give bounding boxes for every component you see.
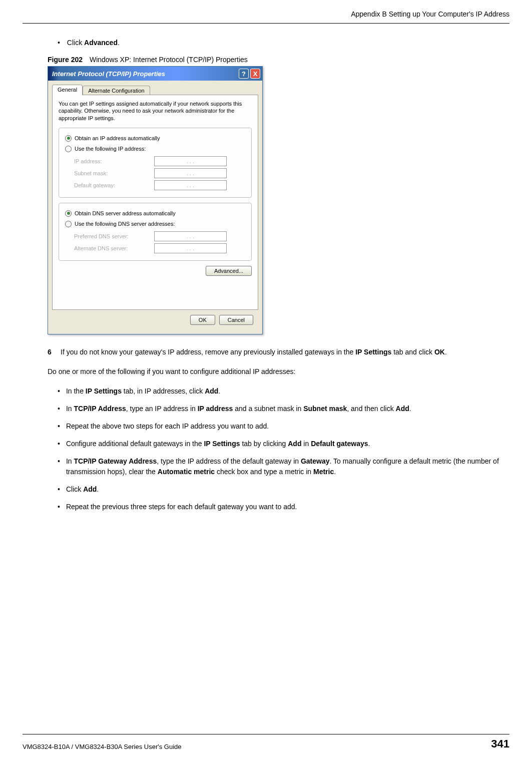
radio-use-ip[interactable]: Use the following IP address: [65, 146, 245, 152]
t: , type an IP address in [126, 405, 198, 413]
tabs: General Alternate Configuration [52, 85, 258, 95]
t: . [218, 387, 220, 395]
t: IP Settings [204, 440, 240, 448]
t: Click [66, 485, 83, 493]
bullet-7: Repeat the previous three steps for each… [58, 502, 509, 512]
bullet-3: Repeat the above two steps for each IP a… [58, 421, 509, 432]
radio-obtain-dns[interactable]: Obtain DNS server address automatically [65, 210, 245, 217]
t: In the [66, 387, 86, 395]
default-gateway-label: Default gateway: [74, 182, 154, 188]
header-divider [23, 23, 509, 24]
alternate-dns-label: Alternate DNS server: [74, 245, 154, 251]
t: , type the IP address of the default gat… [157, 457, 301, 465]
figure-caption-text: Windows XP: Internet Protocol (TCP/IP) P… [90, 56, 248, 64]
step-number: 6 [48, 347, 61, 357]
default-gateway-row: Default gateway: . . . [74, 180, 245, 190]
t: tab, in IP addresses, click [122, 387, 205, 395]
figure-caption: Figure 202 Windows XP: Internet Protocol… [48, 56, 509, 64]
intro-text-a: Click [67, 39, 84, 47]
t: . [334, 468, 336, 476]
step-text: If you do not know your gateway's IP add… [61, 347, 509, 357]
radio-obtain-dns-label: Obtain DNS server address automatically [75, 210, 176, 216]
dialog-titlebar: Internet Protocol (TCP/IP) Properties ? … [48, 67, 262, 81]
bt: In TCP/IP Gateway Address, type the IP a… [66, 456, 509, 477]
t: , and then click [347, 405, 395, 413]
t: . [97, 485, 99, 493]
step-6: 6 If you do not know your gateway's IP a… [48, 347, 509, 357]
bt: In the IP Settings tab, in IP addresses,… [66, 386, 509, 397]
ip-address-input[interactable]: . . . [154, 156, 227, 166]
default-gateway-input[interactable]: . . . [154, 180, 227, 190]
page-footer: VMG8324-B10A / VMG8324-B30A Series User'… [23, 734, 509, 750]
t: and a subnet mask in [233, 405, 303, 413]
t: TCP/IP Address [74, 405, 126, 413]
t: . [368, 440, 370, 448]
t: Repeat the previous three steps for each… [66, 503, 297, 511]
advanced-button[interactable]: Advanced... [206, 266, 252, 276]
ip-address-label: IP address: [74, 158, 154, 164]
subnet-mask-input[interactable]: . . . [154, 168, 227, 178]
subnet-mask-row: Subnet mask: . . . [74, 168, 245, 178]
t: Repeat the above two steps for each IP a… [66, 422, 269, 430]
radio-use-dns[interactable]: Use the following DNS server addresses: [65, 221, 245, 227]
titlebar-buttons: ? X [239, 69, 260, 79]
footer-page-number: 341 [491, 737, 509, 750]
intro-bullet: Click Advanced. [58, 39, 509, 47]
preferred-dns-row: Preferred DNS server: . . . [74, 231, 245, 241]
close-button[interactable]: X [250, 69, 260, 79]
cancel-button[interactable]: Cancel [219, 315, 253, 325]
t: Configure additional default gateways in… [66, 440, 204, 448]
t: IP Settings [86, 387, 122, 395]
t: Subnet mask [303, 405, 347, 413]
figure-label: Figure 202 [48, 56, 83, 64]
alternate-dns-input[interactable]: . . . [154, 243, 227, 253]
bt: In TCP/IP Address, type an IP address in… [66, 404, 509, 414]
t: Add [396, 405, 409, 413]
ip-address-row: IP address: . . . [74, 156, 245, 166]
t: Metric [313, 468, 334, 476]
t: OK [434, 348, 445, 356]
help-button[interactable]: ? [239, 69, 249, 79]
dialog-title: Internet Protocol (TCP/IP) Properties [52, 70, 165, 78]
radio-icon [65, 221, 72, 227]
dialog-footer: OK Cancel [52, 310, 258, 330]
do-one-paragraph: Do one or more of the following if you w… [48, 366, 509, 377]
tab-alternate[interactable]: Alternate Configuration [83, 86, 150, 95]
t: IP address [198, 405, 233, 413]
bullet-2: In TCP/IP Address, type an IP address in… [58, 404, 509, 414]
bt: Click Add. [66, 484, 509, 495]
t: Automatic metric [158, 468, 215, 476]
radio-obtain-ip-label: Obtain an IP address automatically [75, 135, 160, 141]
ok-button[interactable]: OK [190, 315, 215, 325]
subnet-mask-label: Subnet mask: [74, 170, 154, 176]
radio-use-dns-label: Use the following DNS server addresses: [75, 221, 175, 227]
bt: Repeat the above two steps for each IP a… [66, 421, 509, 432]
t: check box and type a metric in [215, 468, 313, 476]
tab-content-general: You can get IP settings assigned automat… [52, 95, 258, 310]
ip-groupbox: Obtain an IP address automatically Use t… [59, 128, 252, 198]
dialog-description: You can get IP settings assigned automat… [59, 100, 252, 122]
t: in [301, 440, 311, 448]
t: Add [83, 485, 97, 493]
t: Add [205, 387, 218, 395]
radio-icon [65, 135, 72, 142]
intro-text-suffix: . [118, 39, 120, 47]
t: tab and click [391, 348, 434, 356]
bullet-1: In the IP Settings tab, in IP addresses,… [58, 386, 509, 397]
radio-icon [65, 210, 72, 217]
dns-groupbox: Obtain DNS server address automatically … [59, 203, 252, 261]
page-header-right: Appendix B Setting up Your Computer's IP… [23, 10, 509, 18]
footer-guide-name: VMG8324-B10A / VMG8324-B30A Series User'… [23, 743, 182, 750]
intro-text-bold: Advanced [84, 39, 118, 47]
preferred-dns-input[interactable]: . . . [154, 231, 227, 241]
radio-icon [65, 146, 72, 152]
t: Add [288, 440, 301, 448]
t: tab by clicking [240, 440, 288, 448]
preferred-dns-label: Preferred DNS server: [74, 233, 154, 239]
tcpip-properties-dialog: Internet Protocol (TCP/IP) Properties ? … [48, 66, 263, 334]
dialog-figure: Internet Protocol (TCP/IP) Properties ? … [48, 66, 509, 334]
advanced-row: Advanced... [59, 266, 252, 276]
tab-general[interactable]: General [52, 85, 83, 95]
sub-bullets: In the IP Settings tab, in IP addresses,… [58, 386, 509, 512]
radio-obtain-ip[interactable]: Obtain an IP address automatically [65, 135, 245, 142]
